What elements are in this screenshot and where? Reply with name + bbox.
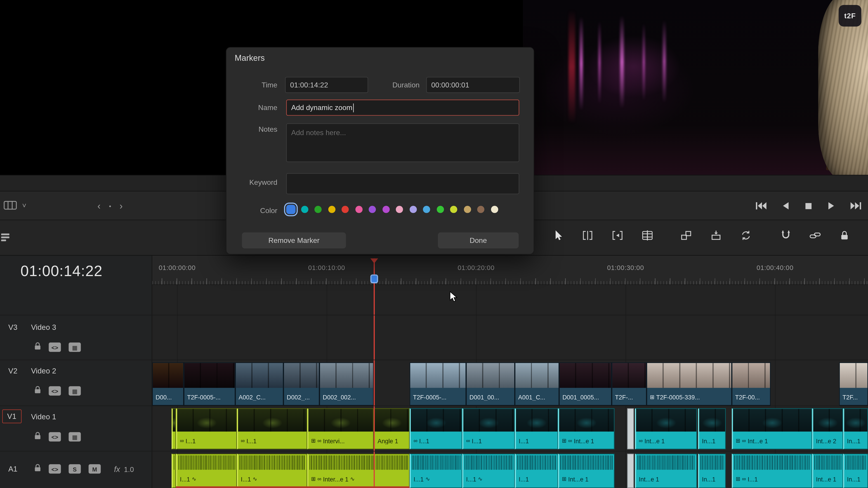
playhead[interactable] — [374, 258, 375, 488]
duration-input[interactable]: 00:00:00:01 — [426, 77, 520, 93]
next-marker-button[interactable]: › — [120, 201, 123, 210]
stop-button[interactable] — [805, 202, 812, 209]
marker-color-sand[interactable] — [464, 206, 471, 213]
marker-color-purple[interactable] — [369, 206, 376, 213]
marker-color-green[interactable] — [314, 206, 322, 213]
notes-input[interactable]: Add notes here... — [286, 123, 519, 162]
video-clip[interactable]: D002_002... — [319, 362, 374, 405]
frame-toggle[interactable]: ▦ — [69, 386, 81, 396]
go-to-end-button[interactable] — [850, 202, 862, 210]
track-number[interactable]: V3 — [8, 323, 18, 331]
video-clip[interactable] — [172, 408, 176, 449]
go-to-start-button[interactable] — [756, 202, 767, 210]
dynamic-trim-tool-icon[interactable] — [611, 229, 624, 242]
video-clip[interactable]: Angle 1 — [374, 408, 410, 449]
audio-clip[interactable]: I...1∿ — [176, 454, 237, 488]
audio-clip[interactable]: ⊞∞Inter...e 1∿ — [307, 454, 410, 488]
playhead-head[interactable] — [370, 258, 378, 263]
track-header-a1[interactable]: A1<>SMfx1.0 — [0, 451, 152, 488]
video-clip[interactable]: T2F-0005-... — [410, 362, 466, 405]
video-clip[interactable]: ∞Int...e 1 — [635, 408, 697, 449]
mute-toggle[interactable]: M — [89, 464, 101, 474]
marker-color-red[interactable] — [342, 206, 349, 213]
video-clip[interactable]: In...1 — [698, 408, 725, 449]
track-header-v3[interactable]: V3Video 3<>▦ — [0, 317, 152, 361]
current-marker-icon[interactable]: ● — [109, 204, 111, 207]
video-clip[interactable]: ⊞∞Int...e 1 — [558, 408, 615, 449]
marker-color-yellow[interactable] — [328, 206, 335, 213]
track-number[interactable]: V2 — [8, 367, 18, 375]
linked-selection-tool-icon[interactable] — [809, 229, 822, 242]
tracks-area[interactable]: D00...T2F-0005-...A002_C...D002_...D002_… — [152, 256, 868, 488]
name-input[interactable]: Add dynamic zoom — [286, 100, 519, 116]
marker-color-pink[interactable] — [355, 206, 362, 213]
trim-edit-tool-icon[interactable] — [581, 229, 594, 242]
fx-value[interactable]: 1.0 — [124, 465, 134, 473]
overwrite-clip-tool-icon[interactable] — [710, 229, 722, 242]
lock-icon[interactable] — [34, 431, 41, 442]
audio-clip[interactable]: I...1∿ — [410, 454, 462, 488]
video-clip[interactable] — [627, 408, 634, 449]
marker-color-cream[interactable] — [491, 206, 498, 213]
select-toggle[interactable]: <> — [49, 432, 61, 442]
video-clip[interactable]: D001_0005... — [559, 362, 612, 405]
remove-marker-button[interactable]: Remove Marker — [241, 232, 346, 249]
timeline-marker[interactable] — [370, 274, 378, 283]
frame-toggle[interactable]: ▦ — [69, 432, 81, 442]
video-clip[interactable]: ⊞T2F-0005-339... — [647, 362, 732, 405]
clip-menu[interactable]: ˅ — [3, 199, 26, 212]
razor-tool-icon[interactable] — [641, 229, 654, 242]
insert-clip-tool-icon[interactable] — [680, 229, 692, 242]
audio-clip[interactable]: Int...e 1 — [635, 454, 697, 488]
audio-clip[interactable]: In...1 — [843, 454, 868, 488]
select-toggle[interactable]: <> — [49, 464, 61, 474]
video-clip[interactable]: ⊞∞Intervi... — [307, 408, 374, 449]
lock-icon[interactable] — [34, 342, 41, 352]
selection-tool-icon[interactable] — [551, 229, 564, 242]
audio-clip[interactable]: In...1 — [698, 454, 725, 488]
marker-color-mint[interactable] — [436, 206, 444, 213]
play-reverse-button[interactable] — [782, 202, 790, 210]
marker-color-cyan[interactable] — [301, 206, 308, 213]
time-input[interactable]: 01:00:14:22 — [285, 77, 368, 93]
video-clip[interactable]: ∞I...1 — [462, 408, 515, 449]
track-number[interactable]: A1 — [8, 465, 18, 473]
video-clip[interactable]: T2F-... — [612, 362, 647, 405]
video-clip[interactable]: Int...e 2 — [812, 408, 843, 449]
frame-toggle[interactable]: ▦ — [69, 343, 81, 352]
audio-clip[interactable]: ⊞Int...e 1 — [558, 454, 615, 488]
track-number[interactable]: V1 — [2, 410, 22, 423]
position-lock-tool-icon[interactable] — [838, 229, 851, 242]
marker-color-cocoa[interactable] — [477, 206, 485, 213]
marker-color-lavender[interactable] — [409, 206, 416, 213]
track-header-v2[interactable]: V2Video 2<>▦ — [0, 360, 152, 404]
video-clip[interactable]: A002_C... — [235, 362, 283, 405]
snapping-tool-icon[interactable] — [779, 229, 792, 242]
video-clip[interactable]: T2F... — [839, 362, 868, 405]
previous-marker-button[interactable]: ‹ — [97, 201, 101, 210]
video-clip[interactable]: D001_00... — [466, 362, 515, 405]
timeline[interactable]: 01:00:00:0001:00:10:0001:00:20:0001:00:3… — [0, 256, 868, 488]
video-clip[interactable]: T2F-0005-... — [184, 362, 235, 405]
video-clip[interactable]: ∞I...1 — [237, 408, 307, 449]
video-clip[interactable]: In...1 — [843, 408, 868, 449]
done-button[interactable]: Done — [437, 232, 519, 249]
replace-clip-tool-icon[interactable] — [740, 229, 752, 242]
audio-clip[interactable]: I...1 — [515, 454, 558, 488]
video-clip[interactable]: D00... — [152, 362, 184, 405]
select-toggle[interactable]: <> — [49, 386, 61, 396]
video-clip[interactable]: A001_C... — [515, 362, 559, 405]
marker-color-rose[interactable] — [396, 206, 403, 213]
marker-color-blue[interactable] — [286, 205, 296, 214]
video-clip[interactable]: I...1 — [515, 408, 558, 449]
audio-clip[interactable] — [172, 454, 176, 488]
marker-color-fuchsia[interactable] — [382, 206, 390, 213]
video-clip[interactable]: ∞I...1 — [410, 408, 462, 449]
track-header-v1[interactable]: V1Video 1<>▦ — [0, 406, 152, 451]
audio-clip[interactable]: I...1∿ — [237, 454, 307, 488]
lock-icon[interactable] — [34, 464, 41, 474]
audio-clip[interactable]: ⊞∞I...1 — [732, 454, 812, 488]
audio-clip[interactable]: I...1∿ — [462, 454, 515, 488]
audio-clip[interactable]: Int...e 1 — [812, 454, 843, 488]
marker-color-lemon[interactable] — [450, 206, 457, 213]
